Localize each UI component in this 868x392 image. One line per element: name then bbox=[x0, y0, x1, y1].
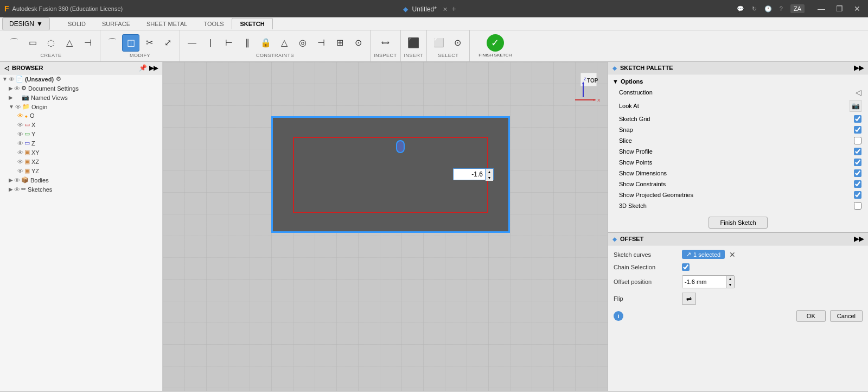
point-tool[interactable]: ⊙ bbox=[349, 34, 367, 52]
show-profile-checkbox[interactable] bbox=[854, 148, 861, 155]
3d-sketch-checkbox[interactable] bbox=[854, 202, 861, 210]
show-projected-checkbox[interactable] bbox=[854, 191, 861, 199]
palette-row-sketch-grid[interactable]: Sketch Grid bbox=[608, 113, 868, 124]
browser-item-z[interactable]: 👁 ▭ Z bbox=[0, 138, 162, 148]
insert-image-tool[interactable]: ⬛ bbox=[405, 34, 422, 52]
browser-pin-icon[interactable]: 📌 bbox=[139, 64, 147, 72]
select-other-tool[interactable]: ⊙ bbox=[449, 34, 466, 52]
offset-tool[interactable]: ◫ bbox=[122, 34, 139, 52]
offset-position-spin-up[interactable]: ▲ bbox=[726, 276, 734, 282]
tab-sheet-metal[interactable]: SHEET METAL bbox=[138, 18, 195, 29]
tab-tools[interactable]: TOOLS bbox=[195, 18, 232, 29]
close-btn[interactable]: ✕ bbox=[851, 3, 864, 14]
show-constraints-checkbox[interactable] bbox=[854, 180, 861, 188]
user-initials[interactable]: ZA bbox=[790, 4, 805, 13]
palette-row-slice[interactable]: Slice bbox=[608, 135, 868, 146]
window-select-tool[interactable]: ⬜ bbox=[430, 34, 448, 52]
eye-sketches[interactable]: 👁 bbox=[14, 186, 20, 193]
new-tab-btn[interactable]: + bbox=[452, 4, 456, 13]
browser-item-x[interactable]: 👁 ▭ X bbox=[0, 120, 162, 129]
circle-arc-tool[interactable]: ◌ bbox=[42, 34, 60, 52]
tab-surface[interactable]: SURFACE bbox=[94, 18, 138, 29]
construction-line-tool[interactable]: ⊣ bbox=[79, 34, 97, 52]
eye-z[interactable]: 👁 bbox=[17, 140, 23, 147]
close-doc-btn[interactable]: ✕ bbox=[443, 6, 448, 13]
offset-spin-down[interactable]: ▼ bbox=[486, 175, 493, 181]
lock-constraint[interactable]: 🔒 bbox=[257, 34, 275, 52]
eye-o[interactable]: 👁 bbox=[17, 112, 23, 119]
fillet-tool[interactable]: ⌒ bbox=[104, 34, 121, 52]
sketch-palette-expand[interactable]: ▶▶ bbox=[854, 64, 864, 72]
palette-row-construction[interactable]: Construction ◁ bbox=[608, 86, 868, 98]
browser-item-y[interactable]: 👁 ▭ Y bbox=[0, 129, 162, 138]
palette-row-show-profile[interactable]: Show Profile bbox=[608, 146, 868, 157]
polygon-tool[interactable]: △ bbox=[61, 34, 78, 52]
browser-item-doc-settings[interactable]: ▶ 👁 ⚙ Document Settings bbox=[0, 84, 162, 93]
palette-row-show-projected[interactable]: Show Projected Geometries bbox=[608, 189, 868, 200]
ok-btn[interactable]: OK bbox=[796, 310, 826, 322]
eye-yz[interactable]: 👁 bbox=[17, 168, 23, 174]
vertical-constraint[interactable]: | bbox=[202, 34, 219, 52]
browser-expand-icon[interactable]: ▶▶ bbox=[149, 65, 158, 72]
palette-row-look-at[interactable]: Look At 📷 bbox=[608, 98, 868, 113]
browser-item-xy[interactable]: 👁 ▣ XY bbox=[0, 148, 162, 157]
browser-item-origin[interactable]: ▼ 👁 📁 Origin bbox=[0, 102, 162, 111]
tab-solid[interactable]: SOLID bbox=[60, 18, 94, 29]
palette-row-3d-sketch[interactable]: 3D Sketch bbox=[608, 200, 868, 211]
browser-item-o[interactable]: 👁 ⬥ O bbox=[0, 111, 162, 120]
symmetry-constraint[interactable]: ⊣ bbox=[312, 34, 330, 52]
settings-icon-unsaved[interactable]: ⚙ bbox=[56, 75, 61, 83]
sketch-curves-selected-btn[interactable]: ↗ 1 selected bbox=[682, 250, 725, 259]
info-icon[interactable]: i bbox=[614, 311, 623, 321]
restore-btn[interactable]: ❐ bbox=[833, 3, 846, 14]
chain-selection-checkbox[interactable] bbox=[682, 263, 690, 271]
show-points-checkbox[interactable] bbox=[854, 159, 861, 166]
browser-item-bodies[interactable]: ▶ 👁 📦 Bodies bbox=[0, 175, 162, 185]
measure-tool[interactable]: ⟺ bbox=[376, 34, 394, 52]
browser-item-yz[interactable]: 👁 ▣ YZ bbox=[0, 166, 162, 175]
trim-tool[interactable]: ✂ bbox=[141, 34, 158, 52]
minimize-btn[interactable]: — bbox=[814, 3, 828, 14]
snap-checkbox[interactable] bbox=[854, 126, 861, 134]
offset-spin-up[interactable]: ▲ bbox=[486, 169, 493, 175]
options-header[interactable]: ▼ Options bbox=[608, 77, 868, 86]
offset-canvas-input[interactable] bbox=[453, 168, 486, 180]
offset-input-overlay[interactable]: ▲ ▼ bbox=[453, 168, 494, 180]
design-btn[interactable]: DESIGN ▼ bbox=[2, 17, 50, 30]
slice-checkbox[interactable] bbox=[854, 137, 861, 144]
cancel-btn[interactable]: Cancel bbox=[830, 310, 863, 322]
eye-x[interactable]: 👁 bbox=[17, 122, 23, 128]
sketch-grid-checkbox[interactable] bbox=[854, 115, 861, 123]
mirror-tool[interactable]: ⊞ bbox=[331, 34, 348, 52]
eye-y[interactable]: 👁 bbox=[17, 131, 23, 137]
tab-sketch[interactable]: SKETCH bbox=[232, 18, 272, 29]
eye-bodies[interactable]: 👁 bbox=[14, 177, 20, 184]
canvas-area[interactable]: ▲ ▼ TOP Z X bbox=[163, 62, 608, 391]
palette-row-show-dimensions[interactable]: Show Dimensions bbox=[608, 168, 868, 179]
eye-doc-settings[interactable]: 👁 bbox=[14, 85, 20, 92]
palette-row-show-points[interactable]: Show Points bbox=[608, 157, 868, 168]
parallel-constraint[interactable]: ∥ bbox=[239, 34, 256, 52]
offset-position-value[interactable] bbox=[682, 276, 726, 288]
rect-tool[interactable]: ▭ bbox=[24, 34, 41, 52]
browser-item-unsaved[interactable]: ▼ 👁 📄 (Unsaved) ⚙ bbox=[0, 74, 162, 84]
palette-finish-sketch-btn[interactable]: Finish Sketch bbox=[709, 217, 767, 229]
browser-item-sketches[interactable]: ▶ 👁 ✏ Sketches bbox=[0, 185, 162, 194]
look-at-btn[interactable]: 📷 bbox=[850, 100, 861, 112]
eye-origin[interactable]: 👁 bbox=[15, 104, 21, 110]
sketch-curves-clear-btn[interactable]: ✕ bbox=[728, 250, 737, 259]
eye-xy[interactable]: 👁 bbox=[17, 149, 23, 156]
palette-row-show-constraints[interactable]: Show Constraints bbox=[608, 179, 868, 189]
tangent-constraint[interactable]: △ bbox=[276, 34, 293, 52]
finish-sketch-btn[interactable]: ✓ FINISH SKETCH bbox=[473, 32, 517, 60]
browser-item-xz[interactable]: 👁 ▣ XZ bbox=[0, 157, 162, 166]
extend-tool[interactable]: ⤢ bbox=[159, 34, 176, 52]
offset-position-spin-down[interactable]: ▼ bbox=[726, 282, 734, 288]
perpendicular-constraint[interactable]: ⊢ bbox=[220, 34, 238, 52]
show-dimensions-checkbox[interactable] bbox=[854, 169, 861, 177]
eye-unsaved[interactable]: 👁 bbox=[9, 76, 15, 83]
browser-collapse-icon[interactable]: ◁ bbox=[4, 65, 9, 72]
flip-btn[interactable]: ⇌ bbox=[682, 293, 696, 305]
offset-panel-expand[interactable]: ▶▶ bbox=[854, 235, 864, 243]
palette-row-snap[interactable]: Snap bbox=[608, 124, 868, 135]
